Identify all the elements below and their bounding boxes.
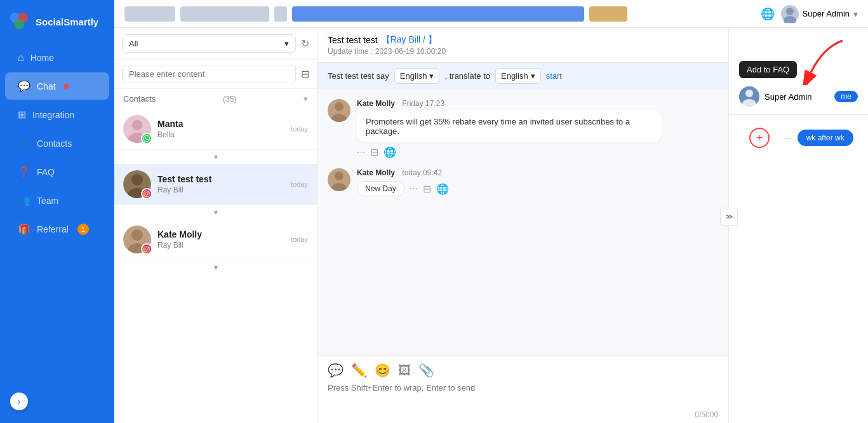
sidebar-item-faq[interactable]: ❓ FAQ bbox=[5, 158, 109, 185]
section-collapse[interactable]: ▾ bbox=[304, 94, 308, 104]
wk-after-wk-button[interactable]: wk after wk bbox=[798, 130, 853, 146]
lang-from-chevron: ▾ bbox=[429, 71, 434, 81]
chat-contact-name: Test test test bbox=[328, 35, 378, 45]
chat-header: Test test test 【Ray Bill / 】 Update time… bbox=[317, 28, 728, 63]
contact-item-test[interactable]: Test test test Ray Bill today bbox=[114, 164, 317, 205]
lang-to-chevron: ▾ bbox=[531, 71, 535, 81]
msg-more-icon[interactable]: ··· bbox=[357, 147, 365, 158]
lang-from-value: English bbox=[400, 71, 427, 81]
sidebar-item-integration-label: Integration bbox=[32, 110, 74, 120]
msg-tag-new-day[interactable]: New Day bbox=[357, 181, 404, 196]
msg-sender-1: Kate Molly bbox=[357, 99, 395, 108]
sidebar-item-team[interactable]: 👥 Team bbox=[5, 187, 109, 214]
filter-chevron: ▾ bbox=[284, 39, 289, 48]
right-panel: Add to FAQ Super Admin me + ··· w bbox=[728, 28, 868, 423]
collapse-manta[interactable]: ▾ bbox=[114, 150, 317, 164]
topbar-block-4 bbox=[292, 6, 584, 22]
sidebar-item-chat-label: Chat bbox=[37, 81, 56, 91]
topbar-right: 🌐 Super Admin ▾ bbox=[761, 5, 858, 23]
message-group-1: Kate Molly Friday 17:23 Promoters will g… bbox=[328, 99, 718, 158]
lang-to-select[interactable]: English ▾ bbox=[495, 68, 541, 84]
svg-point-19 bbox=[148, 247, 149, 248]
lang-from-select[interactable]: English ▾ bbox=[394, 68, 440, 84]
translate-to-label: , translate to bbox=[444, 71, 490, 81]
filter-select[interactable]: All ▾ bbox=[122, 34, 296, 53]
contact-name-test: Test test test bbox=[157, 174, 284, 184]
contacts-icon: 👤 bbox=[18, 137, 30, 149]
sidebar-expand-button[interactable]: › bbox=[10, 393, 28, 410]
globe-icon[interactable]: 🌐 bbox=[761, 7, 775, 21]
msg-avatar-2 bbox=[328, 168, 351, 191]
speech-bubble-icon[interactable]: 💬 bbox=[328, 363, 344, 378]
contact-name-kate: Kate Molly bbox=[157, 229, 284, 239]
search-input[interactable] bbox=[122, 65, 296, 83]
sidebar-item-referral[interactable]: 🎁 Referral 1 bbox=[5, 215, 109, 243]
action-row: + ··· wk after wk bbox=[729, 120, 868, 156]
msg-avatar-1 bbox=[328, 99, 351, 122]
translate-label: Test test test say bbox=[328, 71, 389, 81]
sidebar-item-home-label: Home bbox=[30, 53, 54, 63]
dots-menu[interactable]: ··· bbox=[785, 133, 792, 143]
user-avatar bbox=[781, 5, 799, 23]
svg-point-12 bbox=[145, 192, 148, 195]
svg-point-4 bbox=[784, 16, 796, 23]
msg-content-1: Kate Molly Friday 17:23 Promoters will g… bbox=[357, 99, 718, 158]
team-icon: 👥 bbox=[18, 194, 30, 206]
section-count: (35) bbox=[223, 95, 236, 104]
sidebar-item-chat[interactable]: 💬 Chat bbox=[5, 72, 109, 100]
topbar-block-2 bbox=[180, 6, 269, 22]
contact-item-manta[interactable]: Manta Bella today bbox=[114, 109, 317, 150]
svg-point-28 bbox=[745, 90, 753, 97]
sidebar-item-team-label: Team bbox=[37, 196, 58, 206]
translate-bar: Test test test say English ▾ , translate… bbox=[317, 63, 728, 89]
referral-icon: 🎁 bbox=[18, 223, 30, 235]
msg-copy-icon[interactable]: ⊟ bbox=[370, 146, 378, 158]
chat-update-time: Update time : 2023-06-19 10:00:20 bbox=[328, 47, 718, 56]
contact-list-header: All ▾ ↻ bbox=[114, 28, 317, 60]
admin-avatar bbox=[739, 86, 759, 107]
plus-circle-button[interactable]: + bbox=[749, 128, 770, 148]
msg-copy-icon-2[interactable]: ⊟ bbox=[423, 183, 431, 195]
collapse-right-panel-button[interactable]: ≫ bbox=[720, 208, 738, 225]
translate-start-button[interactable]: start bbox=[546, 71, 562, 81]
attachment-icon[interactable]: 📎 bbox=[418, 363, 434, 378]
edit-icon[interactable]: ✏️ bbox=[351, 363, 367, 378]
msg-time-2: today 09:42 bbox=[402, 168, 442, 177]
chat-panel: Test test test 【Ray Bill / 】 Update time… bbox=[317, 28, 728, 423]
msg-globe-icon[interactable]: 🌐 bbox=[384, 146, 396, 158]
platform-badge-instagram bbox=[141, 188, 152, 199]
avatar-wrap-manta bbox=[123, 115, 151, 143]
emoji-icon[interactable]: 😊 bbox=[375, 363, 391, 378]
sidebar-item-home[interactable]: ⌂ Home bbox=[5, 44, 109, 71]
contact-name-manta: Manta bbox=[157, 119, 284, 129]
sidebar-item-contacts[interactable]: 👤 Contacts bbox=[5, 130, 109, 157]
sidebar-item-integration[interactable]: ⊞ Integration bbox=[5, 101, 109, 128]
contact-preview-test: Ray Bill bbox=[157, 185, 284, 194]
collapse-kate[interactable]: ▾ bbox=[114, 260, 317, 274]
msg-globe-icon-2[interactable]: 🌐 bbox=[436, 183, 449, 195]
chat-input[interactable] bbox=[328, 383, 718, 408]
topbar-block-5 bbox=[589, 6, 627, 22]
admin-info: Super Admin bbox=[739, 86, 811, 107]
collapse-test[interactable]: ▾ bbox=[114, 205, 317, 219]
add-to-faq-tooltip: Add to FAQ bbox=[739, 61, 797, 78]
svg-point-6 bbox=[132, 120, 142, 130]
msg-meta-1: Kate Molly Friday 17:23 bbox=[357, 99, 718, 108]
chat-input-area: 💬 ✏️ 😊 🖼 📎 0/5000 bbox=[317, 356, 728, 423]
input-footer: 0/5000 bbox=[328, 410, 718, 419]
avatar-wrap-test bbox=[123, 170, 151, 198]
svg-point-15 bbox=[131, 229, 143, 241]
me-badge[interactable]: me bbox=[834, 91, 858, 102]
chat-title-row: Test test test 【Ray Bill / 】 bbox=[328, 34, 718, 46]
refresh-icon[interactable]: ↻ bbox=[301, 37, 309, 50]
msg-time-1: Friday 17:23 bbox=[402, 99, 444, 108]
image-icon[interactable]: 🖼 bbox=[398, 363, 411, 378]
msg-actions-2: New Day ··· ⊟ 🌐 bbox=[357, 181, 718, 196]
svg-point-2 bbox=[14, 19, 24, 29]
contact-item-kate[interactable]: Kate Molly Ray Bill today bbox=[114, 219, 317, 260]
msg-content-2: Kate Molly today 09:42 New Day ··· ⊟ 🌐 bbox=[357, 168, 718, 196]
filter-icon[interactable]: ⊟ bbox=[301, 68, 309, 80]
msg-more-icon-2[interactable]: ··· bbox=[410, 183, 418, 194]
user-menu[interactable]: Super Admin ▾ bbox=[781, 5, 858, 23]
contact-info-test: Test test test Ray Bill bbox=[157, 174, 284, 194]
